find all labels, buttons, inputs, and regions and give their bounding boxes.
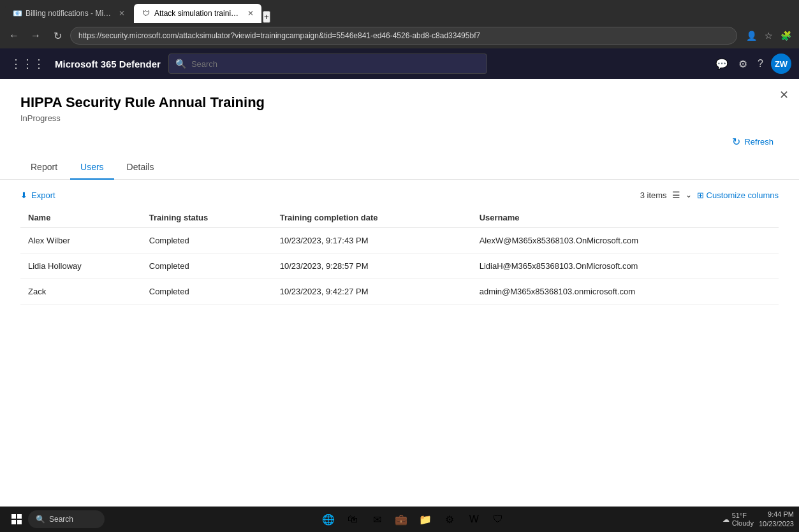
browser-chrome: 📧 Billing notifications - Microsoft ... … [0,0,799,48]
forward-button[interactable]: → [27,29,45,43]
export-icon: ⬇ [20,191,27,200]
table-meta: 3 items ☰ ⌄ ⊞ Customize columns [640,190,779,200]
taskbar-weather: ☁ 51°F Cloudy [722,512,754,527]
taskbar-teams-icon[interactable]: 💼 [390,508,413,531]
cell-completion-date: 10/23/2023, 9:17:43 PM [272,228,472,254]
browser-tab-2[interactable]: 🛡 Attack simulation training - Micr... ✕ [134,4,261,23]
col-completion-date: Training completion date [272,208,472,228]
weather-icon: ☁ [722,515,729,524]
windows-icon [11,514,22,524]
tab-details[interactable]: Details [117,155,165,180]
taskbar-file-icon[interactable]: 📁 [414,508,437,531]
filter-icon[interactable]: ☰ [672,190,680,200]
tab-favicon-2: 🛡 [142,9,150,18]
user-avatar[interactable]: ZW [771,54,791,74]
cell-completion-date: 10/23/2023, 9:42:27 PM [272,279,472,305]
settings-icon[interactable]: ⚙ [736,55,750,73]
col-username: Username [472,208,779,228]
taskbar-settings-icon[interactable]: ⚙ [438,508,461,531]
panel-status: InProgress [20,113,779,123]
col-training-status: Training status [142,208,272,228]
cell-username: admin@M365x85368103.onmicrosoft.com [472,279,779,305]
back-button[interactable]: ← [5,29,23,43]
taskbar-mail-icon[interactable]: ✉ [365,508,388,531]
panel-header: HIPPA Security Rule Annual Training InPr… [0,79,799,128]
export-button[interactable]: ⬇ Export [20,191,55,200]
browser-action-icons: 👤 ☆ 🧩 [744,29,794,42]
cell-training-status: Completed [142,228,272,254]
cell-training-status: Completed [142,254,272,279]
start-button[interactable] [5,508,28,531]
cell-username: AlexW@M365x85368103.OnMicrosoft.com [472,228,779,254]
taskbar: 🔍 Search 🌐 🛍 ✉ 💼 📁 ⚙ W 🛡 ☁ 51°F Cloudy 9… [0,507,799,532]
feedback-icon[interactable]: 💬 [713,55,731,73]
taskbar-search-icon: 🔍 [36,515,45,524]
tab-users[interactable]: Users [70,155,114,180]
item-count: 3 items [640,191,667,200]
tab-label-2: Attack simulation training - Micr... [154,9,241,18]
cell-name: Alex Wilber [20,228,142,254]
taskbar-word-icon[interactable]: W [462,508,485,531]
taskbar-search[interactable]: 🔍 Search [28,510,105,528]
new-tab-button[interactable]: + [263,11,270,23]
tab-report[interactable]: Report [20,155,68,180]
taskbar-edge-icon[interactable]: 🌐 [317,508,340,531]
taskbar-system-tray: ☁ 51°F Cloudy 9:44 PM 10/23/2023 [722,510,794,529]
table-area: ⬇ Export 3 items ☰ ⌄ ⊞ Customize columns… [0,180,799,507]
taskbar-time-value: 9:44 PM [759,510,794,519]
help-icon[interactable]: ? [755,55,766,72]
tab-close-1[interactable]: ✕ [119,9,125,18]
export-label: Export [31,191,55,200]
app-title: Microsoft 365 Defender [55,59,161,69]
browser-tab-1[interactable]: 📧 Billing notifications - Microsoft ... … [5,4,133,23]
app-header: ⋮⋮⋮ Microsoft 365 Defender 🔍 💬 ⚙ ? ZW [0,48,799,79]
refresh-button[interactable]: ↻ Refresh [727,133,779,150]
tab-close-2[interactable]: ✕ [247,9,254,18]
search-input[interactable] [191,59,480,69]
cell-name: Zack [20,279,142,305]
refresh-label: Refresh [744,137,773,147]
panel-title: HIPPA Security Rule Annual Training [20,94,779,111]
table-row[interactable]: Alex Wilber Completed 10/23/2023, 9:17:4… [20,228,779,254]
refresh-row: ↻ Refresh [0,128,799,155]
favorites-icon[interactable]: ☆ [762,29,775,42]
browser-tab-bar: 📧 Billing notifications - Microsoft ... … [0,0,799,23]
customize-columns-button[interactable]: ⊞ Customize columns [697,191,779,200]
weather-condition: Cloudy [732,519,754,527]
weather-temp: 51°F [732,512,754,519]
table-row[interactable]: Zack Completed 10/23/2023, 9:42:27 PM ad… [20,279,779,305]
extensions-icon[interactable]: 🧩 [778,29,794,42]
tabs-bar: Report Users Details [0,155,799,180]
tab-label-1: Billing notifications - Microsoft ... [26,9,112,18]
taskbar-store-icon[interactable]: 🛍 [341,508,364,531]
taskbar-search-label: Search [49,515,73,524]
table-body: Alex Wilber Completed 10/23/2023, 9:17:4… [20,228,779,305]
customize-columns-label: Customize columns [707,191,779,200]
url-bar[interactable] [70,27,737,45]
table-toolbar: ⬇ Export 3 items ☰ ⌄ ⊞ Customize columns [20,190,779,200]
cell-name: Lidia Holloway [20,254,142,279]
reload-button[interactable]: ↻ [48,29,66,43]
tab-favicon-1: 📧 [13,9,22,18]
sort-icon[interactable]: ⌄ [685,191,692,199]
columns-icon: ⊞ [697,191,704,200]
cell-completion-date: 10/23/2023, 9:28:57 PM [272,254,472,279]
header-actions: 💬 ⚙ ? ZW [713,54,791,74]
users-table: Name Training status Training completion… [20,208,779,305]
main-content: ✕ HIPPA Security Rule Annual Training In… [0,79,799,507]
search-icon: 🔍 [175,59,186,69]
panel-close-button[interactable]: ✕ [779,88,789,102]
taskbar-date-value: 10/23/2023 [759,519,794,529]
app-menu-icon[interactable]: ⋮⋮⋮ [8,54,47,73]
taskbar-clock: 9:44 PM 10/23/2023 [759,510,794,529]
cell-username: LidiaH@M365x85368103.OnMicrosoft.com [472,254,779,279]
cell-training-status: Completed [142,279,272,305]
table-header: Name Training status Training completion… [20,208,779,228]
table-row[interactable]: Lidia Holloway Completed 10/23/2023, 9:2… [20,254,779,279]
refresh-icon: ↻ [732,136,740,148]
browser-address-bar: ← → ↻ 👤 ☆ 🧩 [0,23,799,48]
taskbar-app-icons: 🌐 🛍 ✉ 💼 📁 ⚙ W 🛡 [105,508,722,531]
app-search-bar[interactable]: 🔍 [168,54,487,74]
taskbar-defender-icon[interactable]: 🛡 [487,508,509,531]
profile-icon[interactable]: 👤 [744,29,759,42]
